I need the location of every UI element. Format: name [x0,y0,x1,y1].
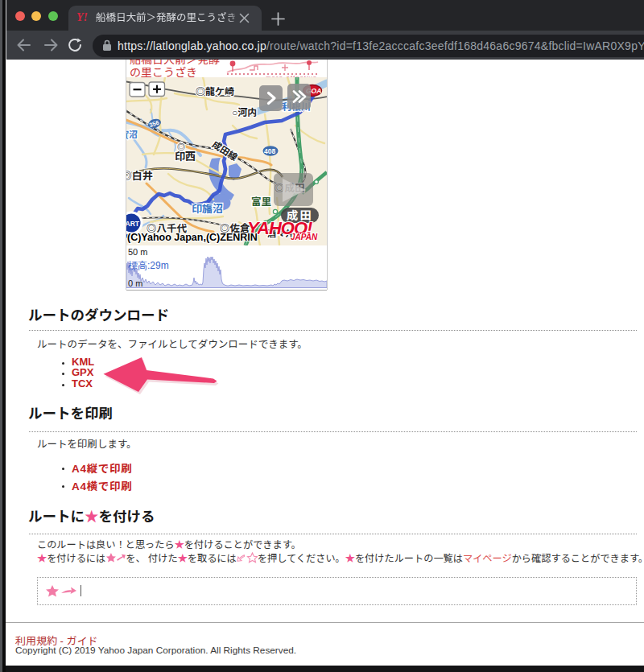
svg-text:○河内: ○河内 [232,107,257,118]
svg-text:富里: 富里 [251,196,271,208]
svg-text:0 m: 0 m [128,278,142,288]
svg-text:◎白井: ◎白井 [126,170,153,182]
svg-text:標高:29m: 標高:29m [128,260,169,271]
svg-text:(C)Yahoo Japan,(C)ZENRIN: (C)Yahoo Japan,(C)ZENRIN [127,232,258,243]
svg-text:印旛沼: 印旛沼 [192,203,223,215]
svg-text:◎龍ケ崎: ◎龍ケ崎 [196,86,234,97]
svg-text:TART: TART [126,220,140,228]
svg-text:賀沼: 賀沼 [126,130,138,140]
svg-text:JAPAN: JAPAN [291,233,318,241]
svg-text:印西: 印西 [175,150,196,163]
svg-text:408: 408 [264,147,275,155]
svg-text:50 m: 50 m [128,247,147,257]
